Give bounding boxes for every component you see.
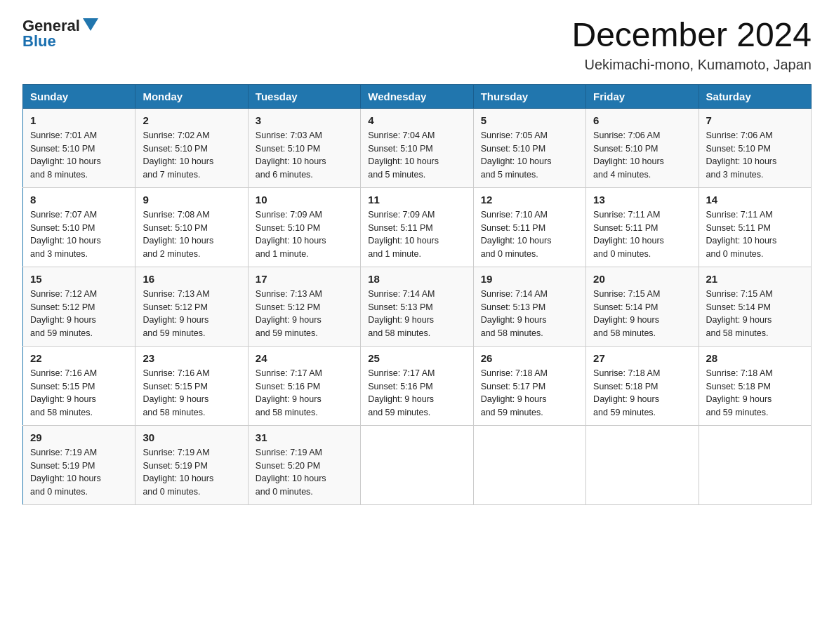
day-info: Sunrise: 7:12 AMSunset: 5:12 PMDaylight:…: [30, 288, 128, 340]
day-number: 7: [706, 114, 804, 126]
calendar-day-cell: 4Sunrise: 7:04 AMSunset: 5:10 PMDaylight…: [361, 108, 473, 187]
calendar-day-cell: 16Sunrise: 7:13 AMSunset: 5:12 PMDayligh…: [135, 267, 248, 346]
day-number: 29: [30, 431, 128, 443]
calendar-day-cell: 17Sunrise: 7:13 AMSunset: 5:12 PMDayligh…: [248, 267, 360, 346]
calendar-day-cell: 19Sunrise: 7:14 AMSunset: 5:13 PMDayligh…: [473, 267, 585, 346]
day-number: 26: [481, 352, 578, 364]
calendar-day-cell: 25Sunrise: 7:17 AMSunset: 5:16 PMDayligh…: [361, 346, 473, 425]
calendar-table: SundayMondayTuesdayWednesdayThursdayFrid…: [22, 84, 812, 505]
calendar-day-cell: 23Sunrise: 7:16 AMSunset: 5:15 PMDayligh…: [135, 346, 248, 425]
day-number: 23: [143, 352, 240, 364]
calendar-header-row: SundayMondayTuesdayWednesdayThursdayFrid…: [23, 84, 812, 108]
calendar-day-cell: 11Sunrise: 7:09 AMSunset: 5:11 PMDayligh…: [361, 187, 473, 267]
day-number: 20: [593, 273, 691, 285]
day-info: Sunrise: 7:10 AMSunset: 5:11 PMDaylight:…: [481, 208, 578, 261]
day-number: 31: [256, 431, 353, 443]
day-info: Sunrise: 7:17 AMSunset: 5:16 PMDaylight:…: [368, 367, 465, 420]
day-info: Sunrise: 7:13 AMSunset: 5:12 PMDaylight:…: [143, 288, 240, 340]
calendar-day-cell: [586, 425, 699, 504]
day-number: 18: [368, 273, 465, 285]
calendar-week-row: 22Sunrise: 7:16 AMSunset: 5:15 PMDayligh…: [23, 346, 812, 425]
day-header-saturday: Saturday: [699, 84, 811, 108]
day-number: 9: [143, 194, 240, 206]
calendar-day-cell: [473, 425, 585, 504]
calendar-day-cell: 2Sunrise: 7:02 AMSunset: 5:10 PMDaylight…: [135, 108, 248, 187]
day-info: Sunrise: 7:16 AMSunset: 5:15 PMDaylight:…: [143, 367, 240, 420]
day-info: Sunrise: 7:03 AMSunset: 5:10 PMDaylight:…: [256, 129, 353, 182]
day-info: Sunrise: 7:18 AMSunset: 5:18 PMDaylight:…: [706, 367, 804, 420]
day-number: 16: [143, 273, 240, 285]
calendar-day-cell: 15Sunrise: 7:12 AMSunset: 5:12 PMDayligh…: [23, 267, 135, 346]
calendar-day-cell: 26Sunrise: 7:18 AMSunset: 5:17 PMDayligh…: [473, 346, 585, 425]
day-header-thursday: Thursday: [473, 84, 585, 108]
day-info: Sunrise: 7:13 AMSunset: 5:12 PMDaylight:…: [256, 288, 353, 340]
day-header-wednesday: Wednesday: [361, 84, 473, 108]
day-number: 4: [368, 114, 465, 126]
day-number: 2: [143, 114, 240, 126]
day-info: Sunrise: 7:09 AMSunset: 5:11 PMDaylight:…: [368, 208, 465, 261]
day-number: 24: [256, 352, 353, 364]
day-info: Sunrise: 7:07 AMSunset: 5:10 PMDaylight:…: [30, 208, 128, 261]
day-info: Sunrise: 7:14 AMSunset: 5:13 PMDaylight:…: [368, 288, 465, 340]
calendar-day-cell: 14Sunrise: 7:11 AMSunset: 5:11 PMDayligh…: [699, 187, 811, 267]
calendar-day-cell: 9Sunrise: 7:08 AMSunset: 5:10 PMDaylight…: [135, 187, 248, 267]
day-header-tuesday: Tuesday: [248, 84, 360, 108]
day-info: Sunrise: 7:06 AMSunset: 5:10 PMDaylight:…: [593, 129, 691, 182]
day-number: 25: [368, 352, 465, 364]
calendar-day-cell: 30Sunrise: 7:19 AMSunset: 5:19 PMDayligh…: [135, 425, 248, 504]
calendar-day-cell: 13Sunrise: 7:11 AMSunset: 5:11 PMDayligh…: [586, 187, 699, 267]
day-number: 3: [256, 114, 353, 126]
day-number: 1: [30, 114, 128, 126]
calendar-day-cell: 24Sunrise: 7:17 AMSunset: 5:16 PMDayligh…: [248, 346, 360, 425]
calendar-day-cell: 29Sunrise: 7:19 AMSunset: 5:19 PMDayligh…: [23, 425, 135, 504]
calendar-day-cell: 8Sunrise: 7:07 AMSunset: 5:10 PMDaylight…: [23, 187, 135, 267]
day-info: Sunrise: 7:17 AMSunset: 5:16 PMDaylight:…: [256, 367, 353, 420]
calendar-day-cell: [699, 425, 811, 504]
day-info: Sunrise: 7:14 AMSunset: 5:13 PMDaylight:…: [481, 288, 578, 340]
day-number: 12: [481, 194, 578, 206]
day-info: Sunrise: 7:02 AMSunset: 5:10 PMDaylight:…: [143, 129, 240, 182]
day-number: 8: [30, 194, 128, 206]
day-info: Sunrise: 7:11 AMSunset: 5:11 PMDaylight:…: [593, 208, 691, 261]
calendar-day-cell: 7Sunrise: 7:06 AMSunset: 5:10 PMDaylight…: [699, 108, 811, 187]
day-info: Sunrise: 7:19 AMSunset: 5:20 PMDaylight:…: [256, 446, 353, 499]
day-number: 17: [256, 273, 353, 285]
day-number: 22: [30, 352, 128, 364]
day-info: Sunrise: 7:19 AMSunset: 5:19 PMDaylight:…: [143, 446, 240, 499]
calendar-day-cell: 21Sunrise: 7:15 AMSunset: 5:14 PMDayligh…: [699, 267, 811, 346]
day-info: Sunrise: 7:18 AMSunset: 5:18 PMDaylight:…: [593, 367, 691, 420]
day-number: 15: [30, 273, 128, 285]
calendar-week-row: 15Sunrise: 7:12 AMSunset: 5:12 PMDayligh…: [23, 267, 812, 346]
day-number: 11: [368, 194, 465, 206]
day-info: Sunrise: 7:01 AMSunset: 5:10 PMDaylight:…: [30, 129, 128, 182]
calendar-day-cell: 12Sunrise: 7:10 AMSunset: 5:11 PMDayligh…: [473, 187, 585, 267]
calendar-day-cell: 27Sunrise: 7:18 AMSunset: 5:18 PMDayligh…: [586, 346, 699, 425]
day-number: 28: [706, 352, 804, 364]
day-info: Sunrise: 7:18 AMSunset: 5:17 PMDaylight:…: [481, 367, 578, 420]
day-number: 10: [256, 194, 353, 206]
day-header-sunday: Sunday: [23, 84, 135, 108]
calendar-day-cell: 18Sunrise: 7:14 AMSunset: 5:13 PMDayligh…: [361, 267, 473, 346]
calendar-day-cell: 31Sunrise: 7:19 AMSunset: 5:20 PMDayligh…: [248, 425, 360, 504]
calendar-week-row: 8Sunrise: 7:07 AMSunset: 5:10 PMDaylight…: [23, 187, 812, 267]
day-number: 19: [481, 273, 578, 285]
day-info: Sunrise: 7:11 AMSunset: 5:11 PMDaylight:…: [706, 208, 804, 261]
day-number: 27: [593, 352, 691, 364]
svg-marker-0: [83, 18, 98, 31]
day-info: Sunrise: 7:16 AMSunset: 5:15 PMDaylight:…: [30, 367, 128, 420]
page-subtitle: Uekimachi-mono, Kumamoto, Japan: [571, 57, 812, 73]
calendar-day-cell: 20Sunrise: 7:15 AMSunset: 5:14 PMDayligh…: [586, 267, 699, 346]
day-info: Sunrise: 7:09 AMSunset: 5:10 PMDaylight:…: [256, 208, 353, 261]
day-info: Sunrise: 7:15 AMSunset: 5:14 PMDaylight:…: [706, 288, 804, 340]
calendar-day-cell: 6Sunrise: 7:06 AMSunset: 5:10 PMDaylight…: [586, 108, 699, 187]
calendar-day-cell: 3Sunrise: 7:03 AMSunset: 5:10 PMDaylight…: [248, 108, 360, 187]
logo-triangle-icon: [83, 18, 98, 34]
day-number: 13: [593, 194, 691, 206]
day-header-friday: Friday: [586, 84, 699, 108]
day-number: 21: [706, 273, 804, 285]
day-info: Sunrise: 7:08 AMSunset: 5:10 PMDaylight:…: [143, 208, 240, 261]
day-header-monday: Monday: [135, 84, 248, 108]
calendar-week-row: 29Sunrise: 7:19 AMSunset: 5:19 PMDayligh…: [23, 425, 812, 504]
calendar-day-cell: 28Sunrise: 7:18 AMSunset: 5:18 PMDayligh…: [699, 346, 811, 425]
calendar-week-row: 1Sunrise: 7:01 AMSunset: 5:10 PMDaylight…: [23, 108, 812, 187]
